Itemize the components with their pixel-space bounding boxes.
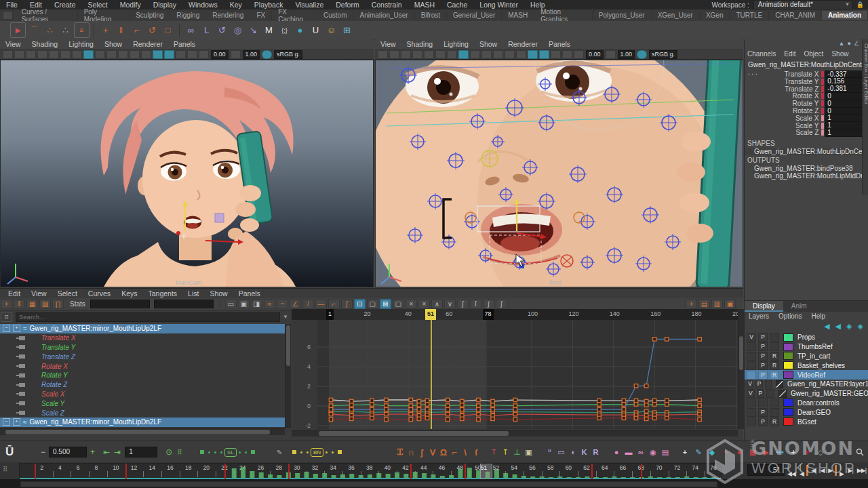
layer-row-videoref[interactable]: PRVideoRef — [745, 370, 868, 380]
move-layer-up-icon[interactable]: ◀ — [824, 322, 829, 331]
sl-chip[interactable]: SL — [224, 448, 237, 457]
layer-color-swatch[interactable] — [783, 418, 793, 426]
keyframe[interactable] — [370, 403, 374, 406]
expand-icon[interactable]: + — [13, 418, 20, 426]
outliner-row-translate-z[interactable]: Translate Z — [0, 352, 285, 361]
keyframe[interactable] — [491, 399, 494, 403]
keyframe[interactable] — [644, 384, 648, 388]
flat-tangent-icon[interactable]: — — [315, 299, 327, 309]
tween-s-icon[interactable]: ʃ — [416, 447, 427, 458]
go-to-end-button[interactable]: ▶▶| — [855, 466, 868, 475]
playback-toggle[interactable]: P — [755, 380, 762, 388]
keyframe[interactable] — [597, 416, 601, 420]
layer-tab-display[interactable]: Display — [745, 301, 783, 312]
filter-icon[interactable]: ⌑ — [1, 312, 12, 322]
shelf-menu-icon[interactable] — [3, 11, 13, 20]
playback-toggle[interactable]: P — [758, 371, 768, 380]
shadows-icon[interactable] — [118, 50, 128, 59]
lattice-deform-icon[interactable]: ▦ — [26, 299, 38, 309]
xray-icon[interactable] — [187, 50, 197, 59]
keyframe[interactable] — [491, 417, 494, 420]
playback-toggle[interactable]: P — [757, 389, 765, 398]
keyframe[interactable] — [350, 407, 353, 411]
graph-icon[interactable]: ∠ — [854, 40, 859, 47]
range-start-tag[interactable]: 1 — [326, 309, 334, 320]
layer-tab-anim[interactable]: Anim — [783, 301, 815, 312]
lock-weight-icon[interactable]: ∨ — [444, 299, 456, 309]
curve-pair-icon[interactable]: ~ — [719, 448, 732, 456]
curves-hscrollbar[interactable] — [292, 430, 738, 436]
keyframe[interactable] — [622, 407, 625, 411]
gamma-icon[interactable] — [606, 50, 616, 59]
keyframe[interactable] — [409, 418, 412, 421]
visibility-toggle[interactable] — [747, 371, 756, 380]
auto-tangent-icon[interactable]: ≈ — [264, 299, 275, 309]
globe-icon[interactable]: ◉ — [647, 448, 659, 457]
vp-left-menu-lighting[interactable]: Lighting — [63, 40, 99, 48]
exposure-field[interactable]: 0.00 — [586, 50, 604, 59]
power-icon[interactable]: ⊙ — [165, 447, 172, 457]
expression-icon[interactable]: {;} — [277, 23, 292, 37]
layer-color-swatch[interactable] — [783, 371, 793, 379]
keyframe[interactable] — [652, 338, 656, 341]
clamped-tangent-icon[interactable]: ∠ — [290, 299, 301, 309]
curves-vscrollbar[interactable] — [738, 309, 744, 429]
keyframe[interactable] — [350, 417, 353, 420]
visibility-toggle[interactable] — [747, 342, 756, 351]
bullet-icon[interactable]: ● — [293, 23, 307, 37]
keyframe[interactable] — [698, 412, 701, 415]
color-space-field[interactable]: sRGB g. — [649, 50, 677, 59]
time-slider-band[interactable]: 2468101214161820222426283032343638404244… — [19, 463, 722, 480]
link-icon[interactable]: ∞ — [635, 448, 647, 456]
layer-color-swatch[interactable] — [783, 361, 793, 369]
vp-left-menu-renderer[interactable]: Renderer — [127, 40, 168, 48]
vp-right-menu-show[interactable]: Show — [474, 40, 502, 48]
graph-timeline-ruler[interactable]: 20406010012014016018020017851 — [292, 309, 738, 320]
cycle-icon[interactable]: ∫ — [483, 299, 494, 309]
keyframe[interactable] — [446, 398, 449, 401]
visibility-toggle[interactable] — [747, 408, 756, 417]
outliner-vscrollbar[interactable] — [285, 324, 291, 428]
animbot-icon[interactable]: U — [309, 23, 323, 37]
keyframe[interactable] — [622, 416, 625, 420]
grease-frames-icon[interactable]: ≡ — [74, 22, 90, 38]
visibility-toggle[interactable]: V — [747, 380, 753, 388]
vp-left-menu-shading[interactable]: Shading — [26, 40, 64, 48]
shaded-icon[interactable] — [83, 50, 94, 59]
lock-camera-icon[interactable] — [14, 50, 24, 59]
keyframe[interactable] — [417, 399, 420, 403]
select-camera-icon[interactable] — [3, 50, 13, 59]
keyframe[interactable] — [634, 416, 637, 420]
shelf-tab-xgen[interactable]: XGen — [700, 11, 730, 20]
snap-dots-icon[interactable]: ∴ — [43, 23, 57, 37]
graph-search-input[interactable] — [16, 312, 280, 322]
keyframe[interactable] — [491, 407, 494, 411]
keyframe[interactable] — [491, 403, 494, 407]
viewport-left-canvas[interactable]: MainCam — [0, 60, 374, 287]
yellow-key-icon[interactable] — [292, 450, 296, 454]
tween-I-icon[interactable]: Ɪ — [395, 447, 406, 458]
grid-dots-icon[interactable]: ⠿ — [177, 449, 182, 456]
keyframe[interactable] — [622, 403, 625, 406]
linear-tangent-icon[interactable]: / — [302, 299, 314, 309]
viewport-right-canvas[interactable]: front — [375, 60, 743, 287]
keyframe[interactable] — [446, 412, 449, 415]
select-camera-icon[interactable] — [378, 50, 388, 59]
current-frame-tag[interactable]: 51 — [425, 309, 436, 320]
exposure-field[interactable]: 0.00 — [211, 50, 229, 59]
keyframe[interactable] — [425, 399, 429, 402]
outliner-row-gwen-rig-master-minor-mouthlipdn2lf[interactable]: −+≈Gwen_rig_MASTER:minor_MouthLipDn2LF — [0, 418, 285, 427]
color-management-icon[interactable] — [637, 50, 647, 59]
green-key-icon-2[interactable] — [251, 450, 255, 454]
keyframe[interactable] — [698, 398, 701, 401]
keyframe[interactable] — [329, 418, 332, 421]
shelf-tab-xgen-user[interactable]: XGen_User — [652, 11, 700, 20]
layer-menu-help[interactable]: Help — [811, 312, 825, 320]
depth-of-field-icon[interactable] — [539, 50, 549, 59]
yellow-key-icon-2[interactable] — [338, 450, 342, 454]
outliner-row-rotate-x[interactable]: Rotate X — [0, 361, 285, 371]
menu-constrain[interactable]: Constrain — [366, 1, 408, 9]
slash-pen-icon[interactable]: ✎ — [277, 449, 282, 456]
outliner-hscrollbar[interactable] — [0, 428, 285, 435]
wireframe-icon[interactable] — [72, 50, 82, 59]
